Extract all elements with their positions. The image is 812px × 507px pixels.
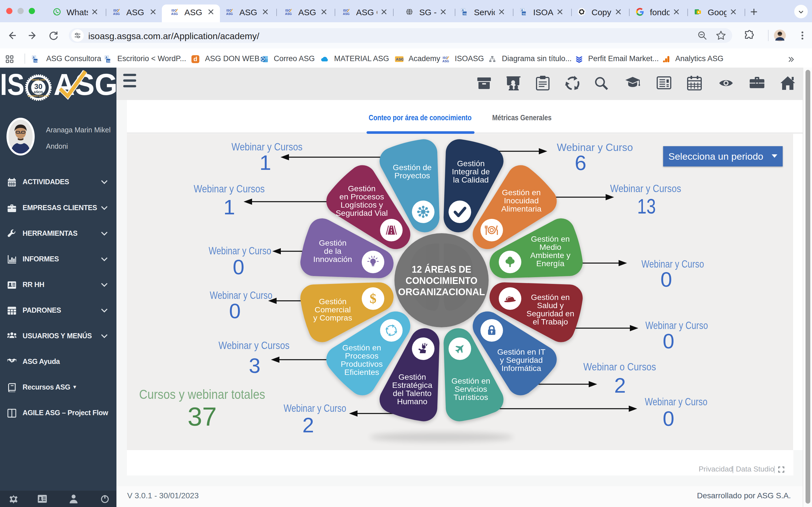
svg-text:en Procesos: en Procesos [340,192,384,201]
svg-text:Gestión en: Gestión en [342,343,381,352]
svg-text:0: 0 [229,299,241,323]
svg-text:0: 0 [663,330,674,353]
svg-text:Innovación: Innovación [313,255,352,264]
svg-text:6: 6 [574,151,586,175]
svg-text:Seguridad Vial: Seguridad Vial [336,209,388,217]
svg-text:Gestión: Gestión [319,238,347,247]
svg-text:0: 0 [233,256,244,279]
svg-text:Gestión: Gestión [348,184,375,193]
svg-text:Comercial: Comercial [315,305,351,314]
svg-text:Webinar y Curso: Webinar y Curso [210,290,272,301]
svg-text:ASG: ASG [226,12,233,15]
svg-text:0: 0 [663,407,674,431]
svg-text:A: A [105,56,107,59]
svg-text:SG: SG [463,12,467,15]
svg-text:ASG: ASG [442,59,449,63]
svg-text:Estratégica: Estratégica [392,381,433,390]
svg-text:Webinar y Curso: Webinar y Curso [645,396,707,407]
svg-text:30: 30 [35,82,43,91]
svg-text:la Calidad: la Calidad [453,175,489,184]
svg-text:CONOCIMIENTO: CONOCIMIENTO [406,275,477,286]
svg-text:Integral de: Integral de [452,167,490,176]
svg-text:1: 1 [259,151,271,174]
svg-text:ASG: ASG [343,12,350,15]
svg-text:ASG: ASG [285,12,292,15]
svg-text:DESDE 1995: DESDE 1995 [32,78,45,81]
svg-text:SG: SG [34,60,38,62]
svg-text:Humano: Humano [397,397,427,406]
svg-text:Proyectos: Proyectos [395,171,430,180]
svg-text:SG: SG [107,60,110,62]
svg-text:del Talento: del Talento [393,389,432,398]
svg-text:3: 3 [249,354,260,378]
svg-text:Webinar y Curso: Webinar y Curso [645,320,708,331]
svg-text:Informática: Informática [502,363,541,373]
svg-text:Cursos y webinar totales: Cursos y webinar totales [139,387,265,402]
svg-text:Alimentaria: Alimentaria [501,204,542,213]
svg-text:y Seguridad: y Seguridad [500,355,543,364]
svg-text:ORGANIZACIONAL: ORGANIZACIONAL [398,286,485,297]
svg-text:Webinar y Cursos: Webinar y Cursos [194,183,265,194]
svg-text:Gestión: Gestión [457,159,485,168]
svg-text:ASG: ASG [113,12,120,15]
svg-text:12 ÁREAS DE: 12 ÁREAS DE [412,264,471,275]
svg-text:Productivos: Productivos [341,359,383,369]
svg-text:Servicios: Servicios [455,385,487,393]
svg-text:Gestión en: Gestión en [451,376,490,385]
svg-text:Gestión en: Gestión en [531,293,570,302]
svg-text:2: 2 [614,374,626,397]
svg-text:Gestión en IT: Gestión en IT [497,347,545,356]
svg-text:A: A [462,9,464,12]
svg-text:Gestión: Gestión [319,297,347,306]
svg-text:Eficientes: Eficientes [344,368,379,377]
svg-text:Turísticos: Turísticos [454,393,488,402]
svg-text:Salud y: Salud y [537,301,564,310]
svg-text:Webinar y Cursos: Webinar y Cursos [218,340,290,351]
svg-text:Gestión: Gestión [398,372,426,381]
svg-text:HACIENDO QUE PASE: HACIENDO QUE PASE [28,95,49,97]
svg-text:Inocuidad: Inocuidad [504,196,539,205]
svg-text:2: 2 [302,413,314,437]
svg-text:0: 0 [660,268,672,291]
svg-text:Webinar y Curso: Webinar y Curso [284,402,346,414]
svg-text:ASG: ASG [171,12,178,15]
svg-text:$: $ [370,291,376,306]
svg-text:A: A [33,56,35,59]
svg-text:Ambiente y: Ambiente y [530,251,571,260]
svg-text:Energía: Energía [536,259,564,268]
svg-text:Webinar y Curso: Webinar y Curso [209,245,271,257]
svg-text:Medio: Medio [539,242,561,251]
svg-text:Webinar y Curso: Webinar y Curso [557,142,633,153]
svg-text:y Compras: y Compras [313,313,352,322]
svg-text:AÑOS: AÑOS [34,91,43,94]
svg-text:Logísticos y: Logísticos y [341,200,383,209]
svg-text:el Trabajo: el Trabajo [532,317,568,326]
svg-text:13: 13 [637,194,656,218]
svg-text:SG: SG [522,12,526,15]
svg-text:37: 37 [188,402,216,431]
svg-text:Procesos: Procesos [345,351,378,360]
svg-text:Gestión en: Gestión en [502,188,541,197]
svg-text:A: A [521,9,523,12]
svg-text:Webinar y Cursos: Webinar y Cursos [610,183,681,194]
svg-text:ASG: ASG [396,57,403,61]
svg-text:Webinar o Cursos: Webinar o Cursos [583,361,656,373]
svg-text:Gestión de: Gestión de [393,163,432,172]
svg-text:Webinar y Curso: Webinar y Curso [642,258,704,270]
svg-text:Seguridad en: Seguridad en [526,309,574,318]
svg-text:Gestión en: Gestión en [531,234,570,243]
svg-text:de la: de la [324,246,342,256]
svg-text:1: 1 [223,195,235,219]
